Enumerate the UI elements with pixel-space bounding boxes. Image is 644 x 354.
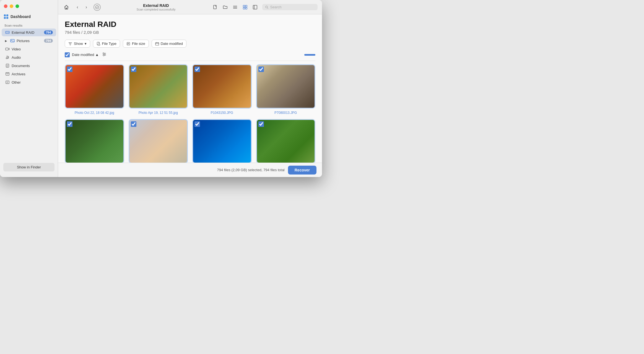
photo-filename: Photo Apr 19, 12 51 55.jpg: [139, 111, 178, 115]
sidebar-toggle-button[interactable]: [251, 3, 259, 11]
titlebar-traffic-lights: [0, 0, 58, 12]
photo-thumbnail: [256, 119, 316, 163]
sidebar-item-other[interactable]: Other: [2, 78, 56, 86]
photo-thumbnail: [65, 119, 124, 163]
photo-card[interactable]: P7080013.JPG: [256, 64, 316, 115]
sidebar-item-video[interactable]: Video: [2, 45, 56, 53]
photo-thumb-wrapper: [192, 64, 252, 109]
photo-thumbnail: [256, 64, 316, 109]
scroll-indicator: [304, 54, 315, 56]
sort-bar-right: [304, 54, 315, 56]
photo-thumb-wrapper: [256, 64, 316, 109]
video-icon: [5, 47, 10, 52]
photo-card[interactable]: P1043150.JPG: [192, 64, 252, 115]
search-input[interactable]: [270, 5, 315, 9]
photo-thumbnail: [129, 119, 188, 163]
photo-card[interactable]: Photo Oct 22, 18 08 42.jpg: [65, 64, 124, 115]
date-modified-icon: [155, 42, 159, 46]
select-all-checkbox[interactable]: [65, 52, 70, 57]
photo-checkbox[interactable]: [131, 66, 136, 72]
drive-icon: [5, 30, 10, 35]
back-button[interactable]: ‹: [74, 3, 81, 11]
photo-checkbox[interactable]: [258, 66, 264, 72]
sidebar-item-other-label: Other: [12, 80, 53, 84]
content-area: External RAID 794 files / 2,09 GB Show ▾: [58, 14, 322, 163]
close-button[interactable]: [4, 4, 7, 8]
photo-card[interactable]: IMG_7741.jpg: [129, 119, 188, 163]
svg-point-49: [103, 55, 104, 56]
sidebar-item-audio-label: Audio: [12, 55, 53, 60]
file-size-button[interactable]: File size: [123, 40, 149, 48]
sidebar-badge-external-raid: 794: [44, 30, 53, 34]
main-content: ‹ › External RAID Scan completed success…: [58, 0, 322, 177]
toolbar-actions: [211, 3, 259, 11]
search-box: [262, 4, 318, 10]
sidebar-item-video-label: Video: [12, 47, 53, 51]
svg-rect-35: [98, 44, 100, 45]
date-modified-button[interactable]: Date modified: [152, 40, 186, 48]
sidebar-item-pictures[interactable]: ▶ Pictures 794: [2, 37, 56, 45]
svg-rect-25: [243, 7, 245, 9]
svg-rect-23: [243, 5, 245, 7]
svg-rect-15: [6, 81, 9, 84]
photo-checkbox[interactable]: [67, 121, 72, 127]
photo-card[interactable]: Photo Apr 19, 12 51 55.jpg: [129, 64, 188, 115]
photo-thumb-wrapper: [256, 119, 316, 163]
scan-complete-icon: [94, 4, 101, 11]
photo-thumb-wrapper: [192, 119, 252, 163]
photo-checkbox[interactable]: [194, 121, 200, 127]
svg-rect-24: [245, 5, 247, 7]
sidebar-item-documents[interactable]: Documents: [2, 62, 56, 70]
photo-checkbox[interactable]: [67, 66, 72, 72]
photo-card[interactable]: DSC_1192.jpg: [256, 119, 316, 163]
sort-by-date-button[interactable]: Date modified ▲: [72, 53, 99, 57]
show-filter-button[interactable]: Show ▾: [65, 40, 90, 48]
new-file-button[interactable]: [211, 3, 219, 11]
file-size-label: File size: [132, 42, 145, 46]
svg-line-30: [267, 7, 268, 9]
photo-thumbnail: [192, 64, 252, 109]
sidebar-item-archives[interactable]: Archives: [2, 70, 56, 78]
pictures-icon: [10, 38, 15, 43]
file-type-button[interactable]: File Type: [93, 40, 120, 48]
photo-checkbox[interactable]: [131, 121, 136, 127]
dashboard-grid-icon: [4, 14, 8, 19]
sidebar-item-archives-label: Archives: [12, 72, 53, 76]
recover-button[interactable]: Recover: [288, 166, 316, 175]
dashboard-label: Dashboard: [11, 14, 31, 19]
maximize-button[interactable]: [15, 4, 19, 8]
archives-icon: [5, 71, 10, 76]
show-filter-label: Show: [74, 42, 83, 46]
toolbar-title-area: External RAID Scan completed successfull…: [104, 3, 208, 11]
sort-bar: Date modified ▲: [65, 52, 315, 61]
folder-button[interactable]: [221, 3, 229, 11]
home-button[interactable]: [63, 3, 70, 11]
photo-card[interactable]: DSC_0041.jpg: [192, 119, 252, 163]
minimize-button[interactable]: [10, 4, 13, 8]
sidebar-item-audio[interactable]: Audio: [2, 53, 56, 61]
svg-rect-13: [6, 73, 9, 73]
audio-icon: [5, 55, 10, 60]
photo-thumb-wrapper: [129, 64, 188, 109]
svg-rect-27: [253, 5, 257, 9]
svg-rect-1: [6, 32, 7, 33]
list-view-button[interactable]: [231, 3, 239, 11]
forward-button[interactable]: ›: [82, 3, 90, 11]
photo-filename: P7080013.JPG: [274, 111, 297, 115]
svg-rect-40: [155, 42, 159, 45]
show-in-finder-button[interactable]: Show in Finder: [3, 163, 54, 171]
photo-checkbox[interactable]: [258, 121, 264, 127]
sidebar-item-pictures-label: Pictures: [17, 39, 42, 43]
sidebar-item-external-raid[interactable]: External RAID 794: [2, 29, 56, 36]
svg-point-45: [103, 53, 104, 54]
photo-card[interactable]: IMG_5832.jpg: [65, 119, 124, 163]
bottom-status: 794 files (2,09 GB) selected, 794 files …: [176, 168, 284, 172]
photo-checkbox[interactable]: [194, 66, 200, 72]
photo-filename: Photo Oct 22, 18 08 42.jpg: [75, 111, 114, 115]
show-filter-chevron: ▾: [85, 42, 87, 46]
sort-options-button[interactable]: [101, 52, 108, 58]
show-filter-icon: [68, 42, 72, 46]
file-type-label: File Type: [102, 42, 117, 46]
dashboard-button[interactable]: Dashboard: [0, 12, 58, 21]
grid-view-button[interactable]: [241, 3, 249, 11]
